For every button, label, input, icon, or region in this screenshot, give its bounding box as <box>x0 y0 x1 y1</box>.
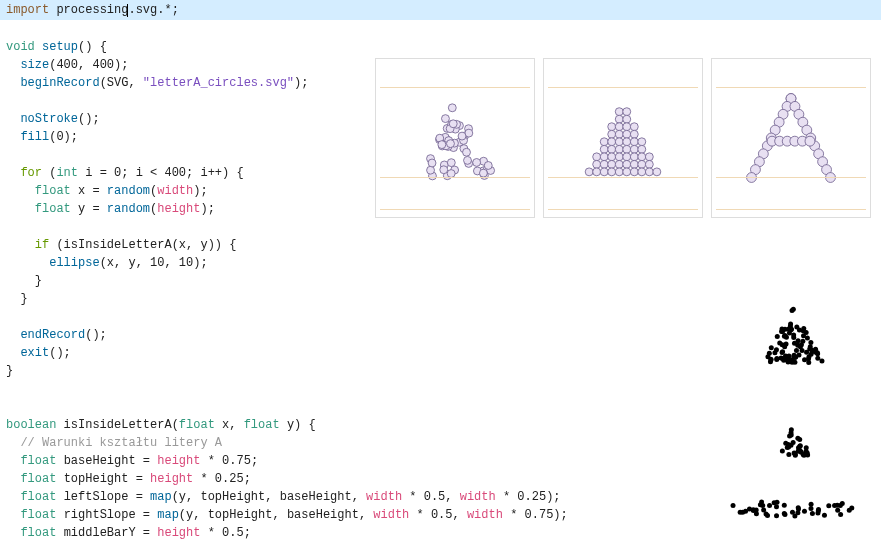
svg-point-242 <box>783 441 788 446</box>
code-token: leftSlope = <box>64 490 150 504</box>
svg-point-60 <box>615 130 623 138</box>
thumbnail-strip <box>375 58 871 218</box>
svg-point-80 <box>630 153 638 161</box>
code-token: float <box>20 526 63 540</box>
code-token: width <box>157 184 193 198</box>
code-token: width <box>373 508 409 522</box>
svg-point-57 <box>623 123 631 131</box>
code-token: .svg.*; <box>128 3 178 17</box>
svg-point-86 <box>615 160 623 168</box>
code-line[interactable]: void setup() { <box>0 38 881 56</box>
svg-point-237 <box>801 452 806 457</box>
svg-point-201 <box>780 329 785 334</box>
svg-point-95 <box>615 168 623 176</box>
code-token: width <box>467 508 503 522</box>
svg-point-173 <box>772 350 777 355</box>
svg-point-72 <box>623 145 631 153</box>
svg-point-140 <box>819 358 824 363</box>
svg-point-59 <box>608 130 616 138</box>
svg-point-239 <box>795 436 800 441</box>
code-line[interactable]: import processing.svg.*; <box>0 0 881 20</box>
code-token <box>6 508 20 522</box>
svg-point-243 <box>796 445 801 450</box>
code-token: * 0.5, <box>402 490 460 504</box>
code-line[interactable] <box>0 542 881 560</box>
svg-point-191 <box>791 332 796 337</box>
svg-point-287 <box>754 511 759 516</box>
svg-point-262 <box>760 503 765 508</box>
svg-point-264 <box>802 509 807 514</box>
svg-point-247 <box>782 503 787 508</box>
svg-point-193 <box>774 356 779 361</box>
svg-point-55 <box>608 123 616 131</box>
code-token: () { <box>78 40 107 54</box>
svg-point-208 <box>808 340 813 345</box>
svg-point-64 <box>608 138 616 146</box>
svg-point-240 <box>789 430 794 435</box>
svg-point-286 <box>796 506 801 511</box>
svg-point-67 <box>630 138 638 146</box>
code-token <box>6 130 20 144</box>
code-token: i = 0; i < 400; i++) { <box>85 166 243 180</box>
code-token: * 0.5; <box>200 526 250 540</box>
svg-point-84 <box>600 160 608 168</box>
code-line[interactable]: ellipse(x, y, 10, 10); <box>0 254 881 272</box>
code-token: (y, topHeight, baseHeight, <box>179 508 373 522</box>
thumbnail-outline[interactable] <box>711 58 871 218</box>
svg-point-92 <box>593 168 601 176</box>
svg-point-75 <box>593 153 601 161</box>
svg-point-70 <box>608 145 616 153</box>
code-token <box>6 346 20 360</box>
svg-point-52 <box>623 108 631 116</box>
code-token <box>6 472 20 486</box>
svg-point-267 <box>774 513 779 518</box>
svg-point-51 <box>615 108 623 116</box>
svg-point-54 <box>623 115 631 123</box>
code-line[interactable] <box>0 218 881 236</box>
code-token: * 0.25; <box>193 472 251 486</box>
code-token: "letterA_circles.svg" <box>143 76 294 90</box>
svg-point-65 <box>615 138 623 146</box>
code-token: size <box>20 58 49 72</box>
svg-point-33 <box>427 166 435 174</box>
svg-point-254 <box>731 503 736 508</box>
svg-point-41 <box>464 156 472 164</box>
code-token: ); <box>294 76 308 90</box>
code-line[interactable] <box>0 20 881 38</box>
code-token: width <box>460 490 496 504</box>
code-token: height <box>157 202 200 216</box>
svg-point-45 <box>458 132 466 140</box>
code-token: x = <box>78 184 107 198</box>
output-bar <box>728 494 858 524</box>
svg-point-71 <box>615 145 623 153</box>
code-line[interactable]: float middleBarY = height * 0.5; <box>0 524 881 542</box>
code-token: * 0.75; <box>200 454 258 468</box>
code-token: topHeight = <box>64 472 150 486</box>
code-token: width <box>366 490 402 504</box>
code-token <box>6 166 20 180</box>
code-token: float <box>244 418 287 432</box>
output-sparse <box>753 412 833 472</box>
thumbnail-grid[interactable] <box>543 58 703 218</box>
code-token: map <box>157 508 179 522</box>
code-token: random <box>107 202 150 216</box>
svg-point-63 <box>600 138 608 146</box>
thumbnail-random[interactable] <box>375 58 535 218</box>
code-token: * 0.25); <box>496 490 561 504</box>
svg-point-97 <box>630 168 638 176</box>
code-token: height <box>157 454 200 468</box>
code-line[interactable]: if (isInsideLetterA(x, y)) { <box>0 236 881 254</box>
svg-point-213 <box>784 342 789 347</box>
code-token: } <box>6 274 42 288</box>
svg-point-128 <box>805 136 815 146</box>
svg-point-245 <box>810 511 815 516</box>
svg-point-279 <box>838 503 843 508</box>
code-token: height <box>157 526 200 540</box>
svg-point-68 <box>638 138 646 146</box>
svg-point-164 <box>780 349 785 354</box>
svg-point-285 <box>743 509 748 514</box>
code-token: * 0.5, <box>409 508 467 522</box>
svg-point-48 <box>479 169 487 177</box>
code-token: processing <box>56 3 128 17</box>
code-token: float <box>179 418 222 432</box>
